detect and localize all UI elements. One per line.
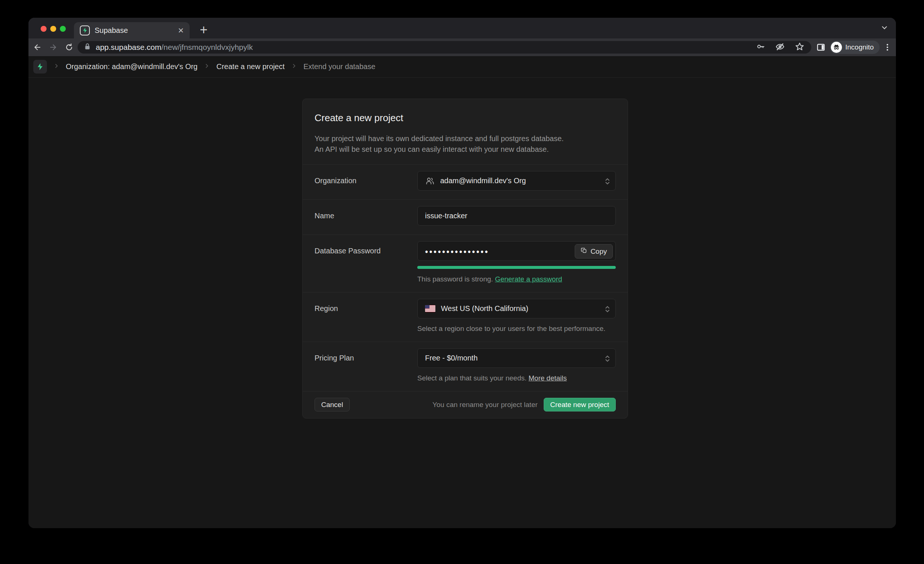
region-helper: Select a region close to your users for … xyxy=(417,325,616,333)
card-description: Your project will have its own dedicated… xyxy=(315,133,616,155)
window-minimize-button[interactable] xyxy=(50,26,56,32)
incognito-icon xyxy=(831,42,842,53)
supabase-favicon-icon xyxy=(80,25,90,36)
organization-label: Organization xyxy=(315,171,417,191)
lock-icon xyxy=(84,43,90,52)
card-description-line2: An API will be set up so you can easily … xyxy=(315,144,616,155)
create-project-card: Create a new project Your project will h… xyxy=(302,99,628,419)
breadcrumb-extend-database: Extend your database xyxy=(303,63,375,71)
region-row: Region West US (North California) Select… xyxy=(303,292,628,342)
users-icon xyxy=(425,176,435,186)
window-close-button[interactable] xyxy=(40,26,46,32)
card-header: Create a new project Your project will h… xyxy=(303,99,628,165)
us-flag-icon xyxy=(425,305,435,312)
breadcrumb-chevron-icon xyxy=(54,63,59,70)
webpage: Organization: adam@windmill.dev's Org Cr… xyxy=(28,56,896,528)
password-masked-value: ••••••••••••••• xyxy=(425,245,489,257)
pricing-plan-helper: Select a plan that suits your needs. Mor… xyxy=(417,374,616,382)
more-details-link[interactable]: More details xyxy=(528,374,567,382)
url-path: /new/jfnsmqoynldvxjyhpylk xyxy=(161,43,252,51)
breadcrumb-chevron-icon xyxy=(291,63,297,70)
side-panel-icon[interactable] xyxy=(816,43,825,52)
generate-password-link[interactable]: Generate a password xyxy=(495,275,562,283)
select-chevrons-icon xyxy=(605,354,610,365)
password-strength-bar xyxy=(417,266,616,269)
browser-menu-icon[interactable] xyxy=(883,43,892,52)
browser-window: Supabase × + app.supabas xyxy=(28,18,896,528)
pricing-plan-label: Pricing Plan xyxy=(315,348,417,382)
create-new-project-button[interactable]: Create new project xyxy=(544,398,616,411)
plan-helper-text: Select a plan that suits your needs. xyxy=(417,374,528,382)
password-label: Database Password xyxy=(315,241,417,283)
organization-select[interactable]: adam@windmill.dev's Org xyxy=(417,171,616,191)
password-strength-text: This password is strong. xyxy=(417,275,495,283)
supabase-logo-icon[interactable] xyxy=(33,60,47,73)
tab-close-icon[interactable]: × xyxy=(178,25,184,35)
region-select[interactable]: West US (North California) xyxy=(417,299,616,319)
pricing-plan-select[interactable]: Free - $0/month xyxy=(417,348,616,368)
region-label: Region xyxy=(315,299,417,333)
window-zoom-button[interactable] xyxy=(60,26,66,32)
new-tab-button[interactable]: + xyxy=(195,22,212,38)
select-chevrons-icon xyxy=(605,304,610,316)
region-value: West US (North California) xyxy=(441,304,528,313)
tab-search-chevron-icon[interactable] xyxy=(880,24,888,33)
pricing-plan-value: Free - $0/month xyxy=(425,354,477,362)
breadcrumb-create-project[interactable]: Create a new project xyxy=(216,63,285,71)
bookmark-star-icon[interactable] xyxy=(795,42,805,53)
url-text: app.supabase.com/new/jfnsmqoynldvxjyhpyl… xyxy=(96,43,253,52)
omnibox-actions xyxy=(756,42,805,53)
page-title: Create a new project xyxy=(315,112,616,124)
pricing-plan-row: Pricing Plan Free - $0/month Select a pl… xyxy=(303,342,628,391)
name-row: Name xyxy=(303,199,628,235)
copy-label: Copy xyxy=(591,247,607,256)
select-chevrons-icon xyxy=(605,177,610,188)
copy-icon xyxy=(580,247,587,256)
password-input[interactable]: ••••••••••••••• Copy xyxy=(417,241,616,261)
card-description-line1: Your project will have its own dedicated… xyxy=(315,133,616,144)
copy-password-button[interactable]: Copy xyxy=(575,244,613,259)
project-name-input[interactable] xyxy=(417,206,616,226)
tab-strip: Supabase × + xyxy=(28,18,896,39)
reload-icon[interactable] xyxy=(64,43,74,52)
organization-row: Organization adam@windmill.dev's Org xyxy=(303,165,628,199)
breadcrumb: Organization: adam@windmill.dev's Org Cr… xyxy=(28,56,896,78)
breadcrumb-chevron-icon xyxy=(204,63,210,70)
breadcrumb-organization[interactable]: Organization: adam@windmill.dev's Org xyxy=(66,63,197,71)
incognito-label: Incognito xyxy=(845,43,874,51)
browser-toolbar: app.supabase.com/new/jfnsmqoynldvxjyhpyl… xyxy=(28,39,896,56)
url-host: app.supabase.com xyxy=(96,43,161,51)
back-icon[interactable] xyxy=(33,43,42,52)
forward-icon[interactable] xyxy=(49,43,58,52)
desktop: Supabase × + app.supabas xyxy=(0,0,924,564)
browser-tab-supabase[interactable]: Supabase × xyxy=(74,22,190,39)
organization-value: adam@windmill.dev's Org xyxy=(440,177,526,185)
tab-title: Supabase xyxy=(94,26,178,35)
eye-off-icon[interactable] xyxy=(775,42,785,53)
password-helper: This password is strong. Generate a pass… xyxy=(417,275,616,283)
address-bar[interactable]: app.supabase.com/new/jfnsmqoynldvxjyhpyl… xyxy=(78,41,811,54)
cancel-button[interactable]: Cancel xyxy=(315,398,350,411)
password-row: Database Password ••••••••••••••• Copy xyxy=(303,235,628,292)
incognito-badge[interactable]: Incognito xyxy=(830,40,880,54)
card-footer: Cancel You can rename your project later… xyxy=(303,391,628,418)
name-label: Name xyxy=(315,206,417,226)
footer-note: You can rename your project later xyxy=(432,401,537,409)
password-key-icon[interactable] xyxy=(756,42,765,53)
